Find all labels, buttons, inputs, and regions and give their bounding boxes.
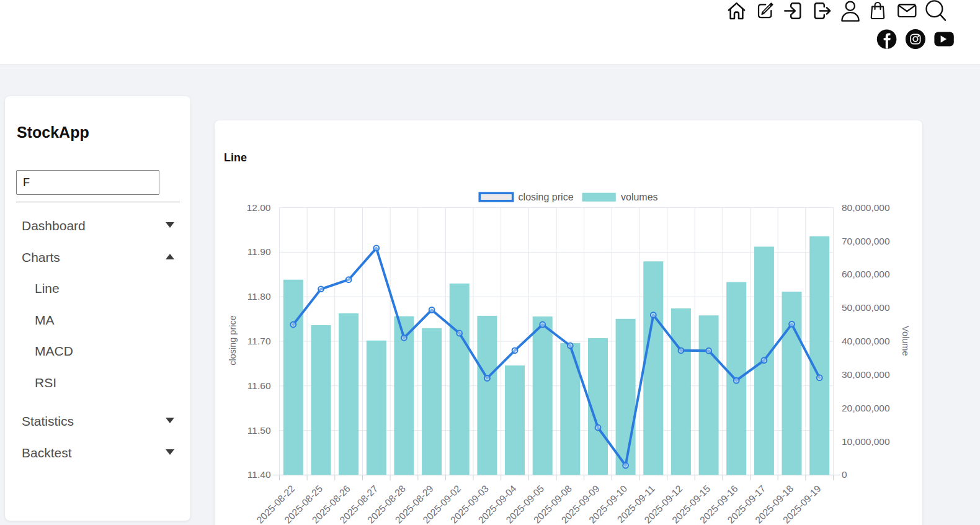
svg-text:volumes: volumes: [621, 192, 658, 202]
svg-text:30,000,000: 30,000,000: [842, 369, 890, 380]
svg-text:11.90: 11.90: [247, 246, 271, 257]
svg-text:20,000,000: 20,000,000: [842, 403, 890, 413]
svg-text:closing price: closing price: [519, 192, 574, 202]
svg-text:70,000,000: 70,000,000: [842, 236, 890, 246]
svg-text:11.40: 11.40: [247, 469, 271, 480]
svg-text:10,000,000: 10,000,000: [842, 436, 890, 447]
svg-text:60,000,000: 60,000,000: [842, 269, 890, 279]
svg-text:closing price: closing price: [228, 315, 238, 366]
svg-text:50,000,000: 50,000,000: [842, 302, 890, 313]
svg-text:0: 0: [842, 469, 847, 480]
svg-text:11.60: 11.60: [247, 380, 271, 391]
svg-text:11.70: 11.70: [247, 336, 271, 346]
svg-text:80,000,000: 80,000,000: [842, 202, 890, 213]
svg-text:Volume: Volume: [901, 326, 911, 356]
svg-text:11.80: 11.80: [247, 291, 271, 302]
svg-text:40,000,000: 40,000,000: [842, 336, 890, 346]
svg-text:12.00: 12.00: [247, 202, 271, 213]
svg-text:11.50: 11.50: [247, 425, 271, 436]
